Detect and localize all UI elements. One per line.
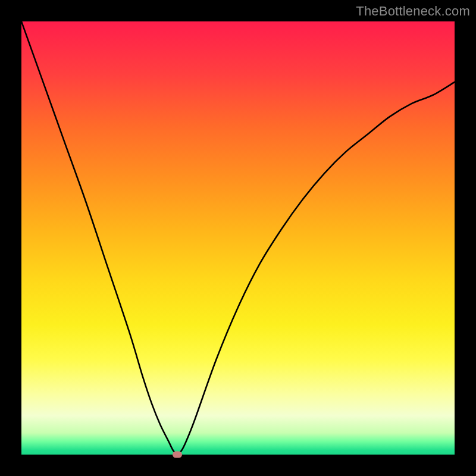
chart-frame: TheBottleneck.com bbox=[0, 0, 476, 476]
bottleneck-curve bbox=[21, 21, 455, 455]
curve-path bbox=[21, 21, 455, 455]
optimal-marker bbox=[173, 452, 182, 458]
plot-area bbox=[21, 21, 455, 455]
watermark-text: TheBottleneck.com bbox=[356, 4, 470, 19]
